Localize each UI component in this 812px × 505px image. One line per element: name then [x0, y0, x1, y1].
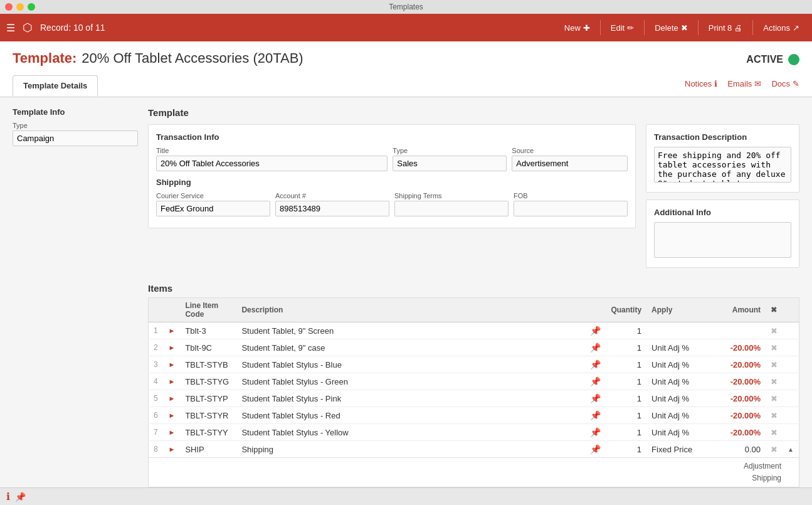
minimize-button[interactable] — [16, 3, 24, 11]
right-content: Template Transaction Info Title Type — [148, 107, 799, 505]
row-description: Student Tablet, 9" case — [236, 339, 585, 356]
delete-row-icon[interactable]: ✖ — [766, 322, 783, 339]
quantity-cell: 1 — [606, 322, 646, 339]
active-dot-icon — [788, 54, 799, 65]
fob-input[interactable] — [514, 201, 628, 216]
delete-row-icon[interactable]: ✖ — [766, 390, 783, 407]
row-arrow-icon[interactable]: ► — [164, 407, 181, 424]
pin-icon[interactable]: 📌 — [585, 390, 606, 407]
tabs-row: Template Details Notices ℹ Emails ✉ Docs… — [13, 75, 799, 97]
row-arrow-icon[interactable]: ► — [164, 339, 181, 356]
docs-link[interactable]: Docs ✎ — [771, 79, 799, 88]
window-title: Templates — [389, 3, 423, 11]
title-label: Title — [156, 147, 388, 154]
pin-icon[interactable]: 📌 — [585, 339, 606, 356]
additional-info-input[interactable] — [654, 222, 791, 258]
account-input[interactable] — [275, 201, 389, 216]
delete-row-icon[interactable]: ✖ — [766, 424, 783, 441]
transaction-info-col: Transaction Info Title Type Source — [148, 124, 636, 275]
items-title: Items — [148, 283, 799, 294]
scroll-up-icon[interactable]: ▲ — [783, 441, 799, 458]
delete-row-icon[interactable]: ✖ — [766, 441, 783, 458]
menu-icon[interactable]: ☰ — [6, 22, 15, 34]
print-icon: 🖨 — [734, 23, 742, 33]
items-table-wrapper: Line Item Code Description Quantity Appl… — [148, 297, 799, 458]
delete-row-icon[interactable]: ✖ — [766, 407, 783, 424]
delete-button[interactable]: Delete ✖ — [648, 21, 694, 35]
notices-link[interactable]: Notices ℹ — [685, 79, 717, 88]
pin-icon[interactable]: 📌 — [585, 322, 606, 339]
courier-input[interactable] — [156, 201, 270, 216]
template-title-row: Template: 20% Off Tablet Accessories (20… — [13, 50, 799, 66]
status-info-icon[interactable]: ℹ — [6, 491, 10, 502]
delete-row-icon[interactable]: ✖ — [766, 356, 783, 373]
maximize-button[interactable] — [28, 3, 35, 11]
source-input[interactable] — [512, 156, 628, 171]
template-label: Template: — [13, 50, 76, 66]
quantity-cell: 1 — [606, 356, 646, 373]
row-arrow-icon[interactable]: ► — [164, 356, 181, 373]
row-number: 1 — [149, 322, 164, 339]
close-button[interactable] — [5, 3, 13, 11]
tab-template-details[interactable]: Template Details — [13, 75, 98, 97]
line-item-code: TBLT-STYG — [180, 373, 236, 390]
quantity-cell: 1 — [606, 339, 646, 356]
print-button[interactable]: Print 8 🖨 — [702, 21, 749, 35]
table-row: 7 ► TBLT-STYY Student Tablet Stylus - Ye… — [149, 424, 799, 441]
pin-icon[interactable]: 📌 — [585, 373, 606, 390]
row-arrow-icon[interactable]: ► — [164, 441, 181, 458]
table-row: 2 ► Tblt-9C Student Tablet, 9" case 📌 1 … — [149, 339, 799, 356]
fob-field: FOB — [514, 192, 628, 216]
summary-shipping: Shipping — [744, 472, 781, 484]
quantity-cell: 1 — [606, 441, 646, 458]
transaction-desc-section: Transaction Description Free shipping an… — [646, 124, 799, 193]
status-pin-icon[interactable]: 📌 — [15, 492, 26, 502]
line-item-code: TBLT-STYB — [180, 356, 236, 373]
type-input[interactable] — [13, 130, 138, 146]
actions-button[interactable]: Actions ↗ — [757, 21, 806, 35]
active-text: ACTIVE — [746, 54, 783, 65]
apply-cell: Unit Adj % — [646, 339, 709, 356]
type-field-tx: Type — [393, 147, 507, 171]
divider — [600, 20, 601, 35]
summary-labels: Adjustment Shipping — [744, 460, 781, 484]
shipping-row: Courier Service Account # Shipping Terms — [156, 192, 628, 216]
title-input[interactable] — [156, 156, 388, 171]
row-arrow-icon[interactable]: ► — [164, 390, 181, 407]
row-description: Student Tablet, 9" Screen — [236, 322, 585, 339]
line-item-code: TBLT-STYR — [180, 407, 236, 424]
row-number: 5 — [149, 390, 164, 407]
line-item-code: Tblt-9C — [180, 339, 236, 356]
table-header-row: Line Item Code Description Quantity Appl… — [149, 298, 799, 322]
col-num — [149, 298, 164, 322]
row-arrow-icon[interactable]: ► — [164, 424, 181, 441]
pin-icon[interactable]: 📌 — [585, 356, 606, 373]
delete-row-icon[interactable]: ✖ — [766, 373, 783, 390]
transaction-desc-input[interactable]: Free shipping and 20% off tablet accesso… — [654, 147, 791, 183]
amount-cell: -20.00% — [709, 424, 766, 441]
pin-icon[interactable]: 📌 — [585, 407, 606, 424]
scroll-spacer — [783, 356, 799, 373]
edit-icon: ✏ — [627, 23, 634, 33]
type-label-tx: Type — [393, 147, 507, 154]
new-button[interactable]: New ✚ — [558, 21, 596, 35]
scroll-spacer — [783, 322, 799, 339]
account-field: Account # — [275, 192, 389, 216]
toolbar-right: New ✚ Edit ✏ Delete ✖ Print 8 🖨 Actions … — [558, 20, 806, 35]
col-apply: Apply — [646, 298, 709, 322]
pin-icon[interactable]: 📌 — [585, 441, 606, 458]
pin-icon[interactable]: 📌 — [585, 424, 606, 441]
emails-link[interactable]: Emails ✉ — [727, 79, 761, 88]
row-arrow-icon[interactable]: ► — [164, 373, 181, 390]
toolbar-left: ☰ ⬡ Record: 10 of 11 — [6, 21, 105, 35]
table-row: 6 ► TBLT-STYR Student Tablet Stylus - Re… — [149, 407, 799, 424]
shipping-terms-input[interactable] — [394, 201, 509, 216]
divider3 — [698, 20, 699, 35]
delete-row-icon[interactable]: ✖ — [766, 339, 783, 356]
row-arrow-icon[interactable]: ► — [164, 322, 181, 339]
items-table: Line Item Code Description Quantity Appl… — [148, 297, 799, 458]
type-input-tx[interactable] — [393, 156, 507, 171]
amount-cell: -20.00% — [709, 407, 766, 424]
edit-button[interactable]: Edit ✏ — [604, 21, 640, 35]
nav-arrow-icon[interactable]: ⬡ — [23, 21, 33, 35]
